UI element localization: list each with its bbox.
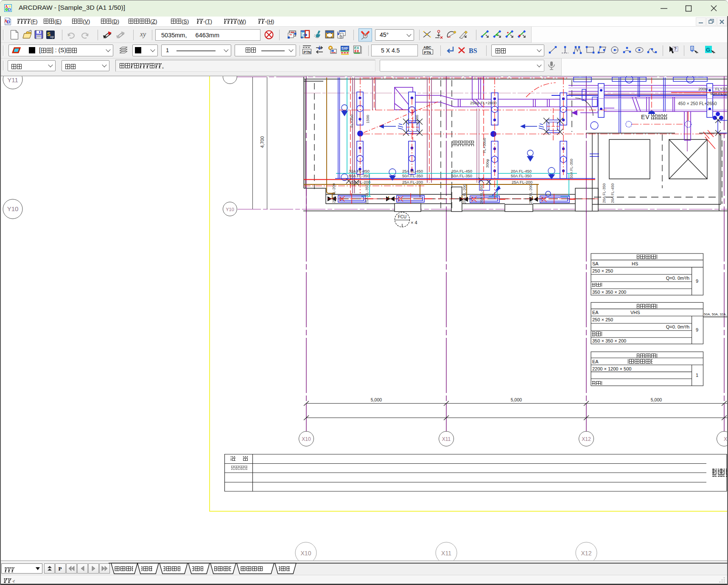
- svg-text:10: 10: [339, 36, 343, 39]
- svg-text:50A FL-350: 50A FL-350: [349, 173, 370, 178]
- svg-text:25A FL-200: 25A FL-200: [332, 183, 336, 203]
- svg-text:Y10: Y10: [226, 207, 234, 212]
- svg-text:up: up: [50, 35, 54, 39]
- svg-text:FCU: FCU: [398, 214, 407, 219]
- svg-text:25A FL-200: 25A FL-200: [350, 180, 370, 184]
- svg-text:25A FL-350: 25A FL-350: [365, 184, 369, 204]
- svg-text:1500: 1500: [366, 115, 370, 123]
- svg-text:FL+350: FL+350: [350, 114, 354, 128]
- svg-text:P: P: [59, 566, 62, 572]
- svg-text:1500: 1500: [415, 115, 419, 123]
- svg-text:ABC: ABC: [423, 45, 431, 50]
- svg-text:25A FL-200: 25A FL-200: [402, 180, 423, 184]
- svg-text:X12: X12: [582, 436, 591, 442]
- svg-text:EA: EA: [592, 310, 599, 315]
- svg-text:X10: X10: [302, 436, 311, 442]
- svg-text:450 × 250 FL+2650: 450 × 250 FL+2650: [678, 101, 717, 106]
- svg-text:9: 9: [696, 279, 698, 284]
- svg-text:SXF: SXF: [342, 46, 349, 50]
- svg-text:5,000: 5,000: [371, 397, 382, 402]
- svg-text:?: ?: [674, 47, 677, 51]
- svg-text:32A FL-450: 32A FL-450: [349, 169, 370, 173]
- svg-text:BS: BS: [469, 47, 477, 54]
- svg-text:20A FL-450: 20A FL-450: [451, 169, 472, 173]
- svg-text:350 × 350 × 200: 350 × 350 × 200: [592, 338, 626, 343]
- svg-text:25A FL-200: 25A FL-200: [529, 184, 533, 204]
- svg-text:50A FL-350: 50A FL-350: [511, 173, 532, 178]
- svg-text:5,000: 5,000: [651, 397, 662, 402]
- svg-text:20A FL-450: 20A FL-450: [511, 169, 532, 173]
- svg-text:9: 9: [696, 327, 698, 332]
- svg-text:1: 1: [696, 373, 698, 378]
- svg-text:20A FL-450: 20A FL-450: [610, 183, 615, 203]
- svg-text:SA: SA: [592, 261, 599, 266]
- svg-text:Q=0. 0m³/h: Q=0. 0m³/h: [666, 276, 689, 281]
- svg-text:PTN: PTN: [424, 50, 431, 55]
- svg-text:EX: EX: [354, 46, 359, 50]
- svg-text:Y10: Y10: [7, 205, 19, 212]
- svg-text:250φ FL+2800: 250φ FL+2800: [470, 100, 496, 105]
- svg-text:50A FL-350: 50A FL-350: [402, 173, 423, 178]
- svg-text:50A FL-350: 50A FL-350: [569, 159, 574, 178]
- svg-text:HS: HS: [632, 261, 638, 266]
- svg-text:300φ: 300φ: [485, 159, 490, 168]
- svg-text:X12: X12: [581, 550, 592, 557]
- svg-text:350 × 350 × 200: 350 × 350 × 200: [592, 290, 626, 295]
- svg-text:25A FL-450: 25A FL-450: [402, 169, 423, 173]
- svg-text:× 4: × 4: [411, 220, 417, 225]
- svg-text:50A FL-350: 50A FL-350: [451, 173, 472, 178]
- svg-text:5,000: 5,000: [511, 397, 522, 402]
- svg-text:4,700: 4,700: [260, 136, 265, 148]
- svg-text:EA: EA: [592, 359, 599, 364]
- svg-text:X10: X10: [301, 550, 311, 557]
- svg-text:2200 × 1200 × 500: 2200 × 1200 × 500: [592, 366, 631, 371]
- svg-text:20A FL-350: 20A FL-350: [479, 184, 484, 204]
- svg-text:25A FL-200: 25A FL-200: [462, 184, 467, 204]
- svg-text:G: G: [706, 47, 710, 53]
- svg-text:FL+3000: FL+3000: [482, 138, 487, 153]
- svg-text:25A FL-200: 25A FL-200: [512, 180, 532, 184]
- svg-text:X11: X11: [442, 436, 451, 442]
- svg-text:250 × 250: 250 × 250: [592, 268, 613, 273]
- svg-text:Q=0. 0m³/h: Q=0. 0m³/h: [666, 324, 689, 329]
- svg-text:250 × 250: 250 × 250: [592, 317, 613, 322]
- svg-text:Y11: Y11: [7, 76, 18, 84]
- svg-text:50A, 50A, 32A, 8: 50A, 50A, 32A, 8: [704, 312, 728, 316]
- svg-text:50A FL-3: 50A FL-3: [710, 91, 727, 96]
- svg-text:X11: X11: [441, 550, 451, 557]
- svg-text:20A FL-350: 20A FL-350: [602, 183, 606, 203]
- svg-text:200φ: 200φ: [698, 86, 708, 91]
- svg-text:FL+3350: FL+3350: [715, 86, 728, 91]
- svg-text:X: X: [724, 436, 727, 442]
- svg-text:PTN: PTN: [304, 50, 311, 54]
- svg-text:EV: EV: [641, 114, 650, 120]
- svg-text:VHS: VHS: [630, 310, 640, 315]
- svg-text:D: D: [8, 7, 11, 12]
